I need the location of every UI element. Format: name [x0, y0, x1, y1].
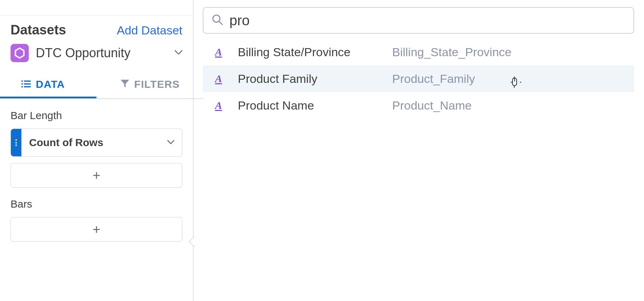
result-item[interactable]: A Product Name Product_Name	[203, 92, 634, 119]
dataset-name: DTC Opportunity	[36, 46, 168, 60]
add-bars-button[interactable]: +	[11, 217, 182, 242]
field-picker-panel: A Billing State/Province Billing_State_P…	[194, 0, 644, 301]
filter-icon	[120, 78, 129, 90]
hexagon-icon	[15, 47, 25, 59]
sidebar-spacer	[0, 0, 193, 15]
data-panel: Bar Length ⋮ Count of Rows + Bars +	[0, 99, 193, 242]
field-search-input[interactable]	[229, 13, 625, 28]
svg-rect-5	[24, 86, 31, 87]
tab-data-label: DATA	[36, 78, 65, 90]
sidebar-tabs: DATA FILTERS	[0, 71, 203, 99]
text-field-type-icon: A	[213, 73, 224, 85]
chevron-down-icon	[175, 50, 182, 56]
add-bar-length-button[interactable]: +	[11, 163, 182, 188]
add-dataset-link[interactable]: Add Dataset	[117, 24, 182, 37]
result-item[interactable]: A Billing State/Province Billing_State_P…	[203, 39, 634, 65]
result-api-name: Product_Name	[392, 99, 472, 112]
datasets-title: Datasets	[11, 22, 66, 38]
bars-label: Bars	[11, 188, 182, 217]
svg-point-4	[21, 86, 23, 87]
svg-point-2	[21, 83, 23, 85]
dataset-selector[interactable]: DTC Opportunity	[11, 38, 182, 71]
sidebar-inner: Datasets Add Dataset DTC Opportunity	[0, 15, 193, 71]
popover-pointer-icon	[189, 236, 194, 247]
drag-handle-icon[interactable]: ⋮	[11, 129, 21, 156]
list-icon	[21, 78, 31, 90]
result-api-name: Product_Family	[392, 72, 475, 86]
chevron-down-icon	[167, 139, 174, 146]
search-results: A Billing State/Province Billing_State_P…	[203, 39, 634, 119]
builder-sidebar: Datasets Add Dataset DTC Opportunity	[0, 0, 194, 301]
search-icon	[212, 14, 223, 27]
result-api-name: Billing_State_Province	[392, 45, 511, 59]
result-label: Billing State/Province	[238, 45, 392, 59]
svg-rect-3	[24, 83, 31, 84]
text-field-type-icon: A	[213, 99, 224, 111]
bar-length-value: Count of Rows	[29, 137, 103, 149]
result-item[interactable]: A Product Family Product_Family	[203, 65, 634, 92]
plus-icon: +	[93, 168, 100, 183]
result-label: Product Family	[238, 72, 392, 86]
svg-point-0	[21, 80, 23, 82]
search-wrap	[203, 7, 634, 34]
tab-data[interactable]: DATA	[0, 71, 96, 98]
tab-filters[interactable]: FILTERS	[96, 71, 203, 98]
plus-icon: +	[93, 222, 100, 237]
bar-length-label: Bar Length	[11, 99, 182, 129]
text-field-type-icon: A	[213, 46, 224, 58]
svg-rect-1	[24, 80, 31, 81]
tab-filters-label: FILTERS	[134, 78, 180, 90]
field-body: Count of Rows	[21, 129, 182, 156]
datasets-header: Datasets Add Dataset	[11, 15, 182, 38]
app-root: Datasets Add Dataset DTC Opportunity	[0, 0, 644, 301]
svg-line-7	[219, 21, 222, 25]
bar-length-field[interactable]: ⋮ Count of Rows	[11, 129, 182, 157]
dataset-icon	[11, 44, 29, 62]
result-label: Product Name	[238, 99, 392, 112]
